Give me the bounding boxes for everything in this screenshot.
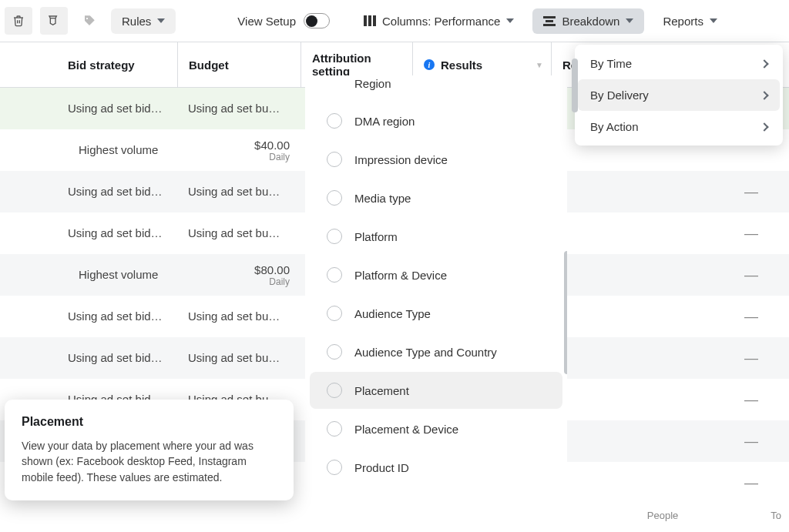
info-icon: i — [424, 59, 435, 70]
cell-budget: Using ad set bu… — [177, 212, 300, 254]
breakdown-option-label: Media type — [354, 192, 411, 205]
breakdown-option-label: Placement & Device — [354, 423, 458, 436]
breakdown-option-label: Audience Type — [354, 307, 431, 320]
header-bid-strategy[interactable]: Bid strategy — [57, 42, 177, 87]
sort-caret-icon: ▼ — [536, 61, 543, 69]
tag-button[interactable] — [76, 7, 103, 35]
cell-bid-strategy: Using ad set bid… — [57, 296, 177, 337]
view-setup-label: View Setup — [237, 15, 296, 28]
breakdown-menu-label: By Time — [590, 57, 632, 70]
cell-budget: Using ad set bu… — [177, 337, 300, 379]
reports-button[interactable]: Reports — [652, 8, 722, 34]
tooltip-body: View your data by placement where your a… — [22, 438, 277, 485]
breakdown-menu-item[interactable]: By Delivery — [578, 79, 780, 111]
trash-icon — [12, 15, 25, 27]
breakdown-option[interactable]: Platform & Device — [310, 256, 562, 293]
breakdown-icon — [543, 16, 556, 26]
radio-icon — [327, 344, 342, 360]
cell-budget: $40.00Daily — [177, 129, 300, 171]
breakdown-menu: By TimeBy DeliveryBy Action — [575, 45, 783, 146]
cell-reach: — — [551, 462, 789, 504]
breakdown-button[interactable]: Breakdown — [532, 8, 644, 34]
cell-bid-strategy: Using ad set bid… — [57, 88, 177, 129]
breakdown-menu-label: By Action — [590, 120, 639, 133]
radio-icon — [327, 113, 342, 129]
caret-down-icon — [157, 18, 165, 23]
breakdown-option-label: Placement — [354, 384, 409, 397]
breakdown-option-label: Audience Type and Country — [354, 346, 497, 359]
columns-label: Columns: Performance — [382, 15, 500, 28]
breakdown-option[interactable]: Audience Type and Country — [310, 333, 562, 370]
cell-bid-strategy: Highest volume — [57, 254, 177, 296]
breakdown-option[interactable]: Product ID — [310, 449, 562, 486]
breakdown-option-label: Product ID — [354, 461, 409, 474]
caret-down-icon — [710, 18, 717, 23]
breakdown-delivery-panel: RegionDMA regionImpression deviceMedia t… — [305, 75, 567, 492]
view-setup-toggle[interactable]: View Setup — [237, 13, 330, 28]
chevron-right-icon — [760, 59, 768, 68]
radio-icon — [327, 267, 342, 283]
cell-reach: — — [551, 254, 789, 296]
breakdown-label: Breakdown — [562, 15, 619, 28]
cell-bid-strategy: Highest volume — [57, 129, 177, 171]
rules-button[interactable]: Rules — [111, 8, 176, 34]
footer: People To — [647, 510, 781, 521]
header-budget[interactable]: Budget — [177, 42, 300, 87]
cell-reach: — — [551, 212, 789, 254]
cell-reach: — — [551, 420, 789, 462]
chevron-right-icon — [760, 122, 768, 131]
cell-budget: Using ad set bu… — [177, 88, 300, 129]
radio-icon — [327, 460, 342, 475]
breakdown-option[interactable]: Region — [310, 77, 562, 101]
toggle-switch[interactable] — [304, 13, 330, 28]
export-icon — [48, 15, 60, 27]
toolbar: Rules View Setup Columns: Performance Br… — [0, 0, 789, 42]
tag-icon — [82, 14, 96, 28]
cell-reach: — — [551, 337, 789, 379]
cell-reach: — — [551, 379, 789, 420]
cell-reach: — — [551, 296, 789, 337]
chevron-right-icon — [760, 91, 768, 99]
radio-icon — [327, 306, 342, 321]
breakdown-option[interactable]: DMA region — [310, 102, 562, 139]
caret-down-icon — [626, 18, 633, 23]
breakdown-option-label: Region — [354, 77, 391, 90]
radio-icon — [327, 190, 342, 206]
footer-people: People — [647, 510, 678, 521]
columns-icon — [364, 15, 376, 26]
breakdown-option-label: Platform — [354, 230, 398, 243]
reports-label: Reports — [663, 15, 703, 28]
radio-icon — [327, 152, 342, 167]
cell-budget: Using ad set bu… — [177, 296, 300, 337]
breakdown-menu-item[interactable]: By Action — [578, 111, 780, 142]
cell-budget: $80.00Daily — [177, 254, 300, 296]
tooltip-title: Placement — [22, 415, 277, 429]
cell-bid-strategy: Using ad set bid… — [57, 337, 177, 379]
breakdown-menu-label: By Delivery — [590, 89, 649, 102]
cell-budget: Using ad set bu… — [177, 171, 300, 212]
export-button[interactable] — [40, 7, 68, 35]
breakdown-option-label: DMA region — [354, 115, 415, 128]
breakdown-option[interactable]: Placement — [310, 372, 562, 409]
footer-total: To — [771, 510, 781, 521]
cell-reach: — — [551, 171, 789, 212]
radio-icon — [327, 229, 342, 244]
cell-bid-strategy: Using ad set bid… — [57, 212, 177, 254]
rules-label: Rules — [122, 15, 151, 28]
delete-button[interactable] — [5, 7, 32, 35]
radio-icon — [327, 383, 342, 398]
radio-icon — [327, 421, 342, 437]
breakdown-menu-item[interactable]: By Time — [578, 48, 780, 79]
placement-tooltip: Placement View your data by placement wh… — [5, 400, 294, 500]
breakdown-option-label: Platform & Device — [354, 269, 447, 282]
breakdown-option[interactable]: Impression device — [310, 141, 562, 178]
cell-bid-strategy: Using ad set bid… — [57, 171, 177, 212]
breakdown-option[interactable]: Media type — [310, 179, 562, 216]
breakdown-option[interactable]: Platform — [310, 218, 562, 255]
columns-button[interactable]: Columns: Performance — [353, 8, 525, 34]
breakdown-option[interactable]: Audience Type — [310, 295, 562, 332]
caret-down-icon — [506, 18, 514, 23]
svg-point-0 — [86, 18, 88, 19]
breakdown-option[interactable]: Placement & Device — [310, 410, 562, 447]
breakdown-option-label: Impression device — [354, 153, 448, 166]
